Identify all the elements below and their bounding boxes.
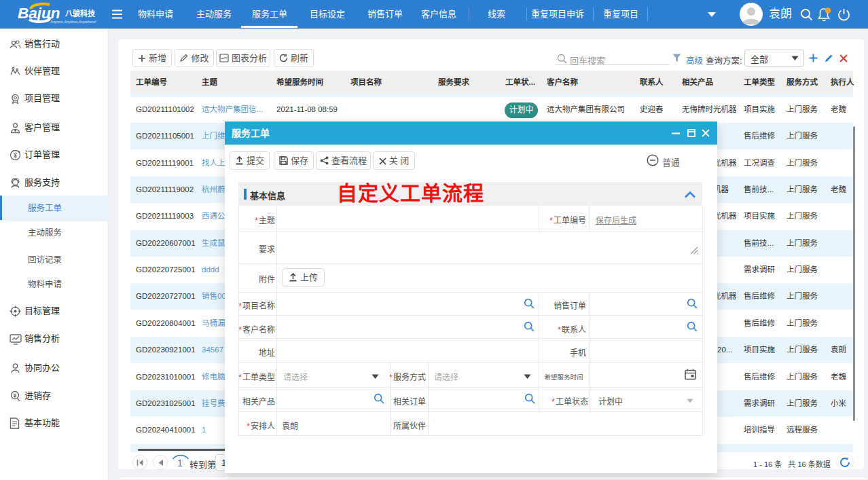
svg-text:八骏科技: 八骏科技 (65, 9, 96, 18)
svg-text:Anyone,Anytime,Anywhere!: Anyone,Anytime,Anywhere! (50, 20, 96, 24)
